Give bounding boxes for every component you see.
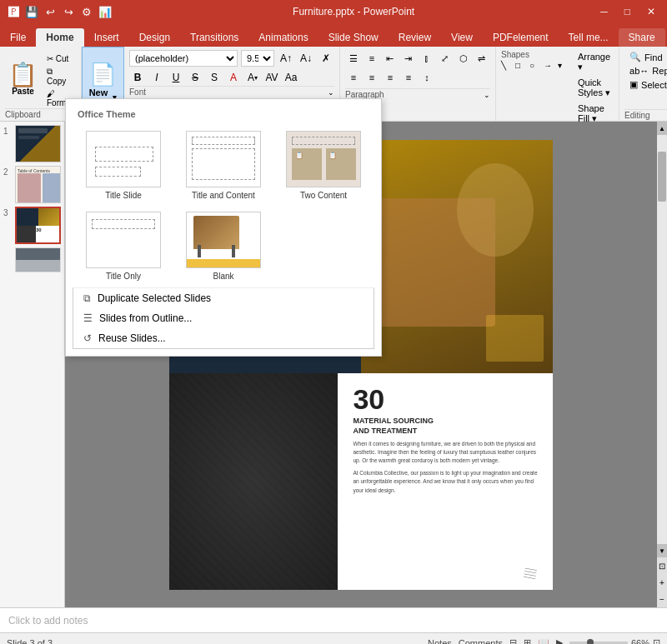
tab-pdfelement[interactable]: PDFelement bbox=[483, 28, 559, 47]
maximize-button[interactable]: □ bbox=[619, 4, 635, 19]
shadow-button[interactable]: S bbox=[206, 69, 223, 86]
convert-button[interactable]: ⇌ bbox=[474, 50, 490, 67]
editing-footer: Editing bbox=[624, 109, 667, 121]
find-button[interactable]: 🔍 Find bbox=[624, 50, 667, 64]
highlight-button[interactable]: A▾ bbox=[244, 69, 261, 86]
change-case-button[interactable]: Aa bbox=[283, 69, 299, 86]
save-icon[interactable]: 💾 bbox=[25, 5, 38, 18]
shape-more[interactable]: ▾ bbox=[558, 61, 571, 70]
italic-button[interactable]: I bbox=[148, 69, 165, 86]
comments-button[interactable]: Comments bbox=[459, 638, 503, 645]
tab-tellme[interactable]: Tell me... bbox=[559, 28, 619, 47]
scroll-thumb[interactable] bbox=[658, 152, 666, 202]
tab-view[interactable]: View bbox=[441, 28, 483, 47]
indent-decrease-button[interactable]: ⇤ bbox=[382, 50, 399, 67]
minimize-button[interactable]: ─ bbox=[595, 4, 613, 19]
layout-two-content[interactable]: 📋 📋 Two Content bbox=[276, 127, 371, 203]
app-icon: 🅿 bbox=[7, 5, 20, 18]
smart-art-button[interactable]: ⬡ bbox=[455, 50, 472, 67]
shape-line[interactable]: ╲ bbox=[501, 61, 514, 70]
bullets-button[interactable]: ☰ bbox=[345, 50, 362, 67]
tab-review[interactable]: Review bbox=[389, 28, 441, 47]
shape-circle[interactable]: ○ bbox=[529, 61, 543, 70]
columns-button[interactable]: ⫿ bbox=[419, 50, 435, 67]
layout-blank[interactable]: Blank bbox=[176, 208, 271, 284]
font-color-button[interactable]: A bbox=[225, 69, 242, 86]
layout-title-slide[interactable]: Title Slide bbox=[76, 127, 171, 203]
view-normal-button[interactable]: ⊟ bbox=[509, 637, 517, 644]
notes-button[interactable]: Notes bbox=[428, 638, 452, 645]
font-name-select[interactable]: (placeholder) bbox=[129, 50, 238, 67]
align-center-button[interactable]: ≡ bbox=[364, 69, 380, 86]
copy-button[interactable]: ⧉ Copy bbox=[44, 66, 76, 87]
underline-button[interactable]: U bbox=[168, 69, 184, 86]
slide-thumb-4[interactable] bbox=[3, 247, 61, 272]
paste-icon: 📋 bbox=[8, 63, 38, 87]
fit-view-button[interactable]: ⊡ bbox=[659, 557, 665, 574]
scroll-down-button[interactable]: ▼ bbox=[657, 544, 667, 557]
justify-button[interactable]: ≡ bbox=[400, 69, 417, 86]
status-bar: Slide 3 of 3 Notes Comments ⊟ ⊞ 📖 ▶ 66% … bbox=[0, 632, 667, 644]
numbering-button[interactable]: ≡ bbox=[364, 50, 380, 67]
zoom-out-icon[interactable]: − bbox=[659, 591, 664, 607]
slide-thumb-3[interactable]: 3 30 bbox=[3, 207, 61, 244]
slide-leather-area bbox=[169, 373, 338, 589]
paste-button[interactable]: 📋 Paste bbox=[5, 60, 41, 99]
view-reading-button[interactable]: 📖 bbox=[538, 637, 549, 644]
font-size-select[interactable]: 9.5 bbox=[241, 50, 274, 67]
paste-label: Paste bbox=[12, 87, 34, 96]
shape-rect[interactable]: □ bbox=[515, 61, 529, 70]
tab-home[interactable]: Home bbox=[36, 28, 83, 47]
slide-img-4 bbox=[15, 247, 61, 272]
zoom-slider[interactable] bbox=[569, 642, 628, 645]
notes-area[interactable]: Click to add notes bbox=[0, 607, 667, 632]
cut-button[interactable]: ✂ Cut bbox=[44, 53, 76, 64]
char-spacing-button[interactable]: AV bbox=[263, 69, 280, 86]
bold-button[interactable]: B bbox=[129, 69, 146, 86]
select-button[interactable]: ▣ Select = bbox=[624, 77, 667, 92]
layout-name-two-content: Two Content bbox=[300, 191, 347, 200]
slide-number: 30 bbox=[353, 385, 538, 413]
tab-insert[interactable]: Insert bbox=[84, 28, 129, 47]
tab-transitions[interactable]: Transitions bbox=[180, 28, 248, 47]
quick-styles-button[interactable]: QuickStyles ▾ bbox=[574, 76, 614, 100]
indent-increase-button[interactable]: ⇥ bbox=[400, 50, 417, 67]
decrease-font-button[interactable]: A↓ bbox=[298, 50, 314, 67]
para-expand-icon[interactable]: ⌄ bbox=[484, 91, 490, 99]
customize-icon[interactable]: ⚙ bbox=[80, 5, 93, 18]
layout-title-only[interactable]: Title Only bbox=[76, 208, 171, 284]
clear-format-button[interactable]: ✗ bbox=[318, 50, 334, 67]
layout-thumb-title-content bbox=[186, 131, 261, 187]
increase-font-button[interactable]: A↑ bbox=[278, 50, 294, 67]
tab-share[interactable]: Share bbox=[619, 28, 665, 47]
replace-button[interactable]: ab↔ Replace bbox=[624, 64, 667, 77]
arrange-button[interactable]: Arrange ▾ bbox=[574, 50, 614, 74]
font-expand-icon[interactable]: ⌄ bbox=[328, 88, 334, 97]
right-scrollbar[interactable]: ▲ ▼ ⊡ + − bbox=[657, 122, 667, 607]
text-direction-button[interactable]: ⤢ bbox=[437, 50, 454, 67]
layout-title-content[interactable]: Title and Content bbox=[176, 127, 271, 203]
align-left-button[interactable]: ≡ bbox=[345, 69, 362, 86]
strikethrough-button[interactable]: S bbox=[187, 69, 203, 86]
close-button[interactable]: ✕ bbox=[642, 4, 660, 19]
view-slide-sorter-button[interactable]: ⊞ bbox=[524, 637, 531, 644]
reuse-slides-item[interactable]: ↺ Reuse Slides... bbox=[73, 328, 374, 348]
redo-icon[interactable]: ↪ bbox=[62, 5, 75, 18]
scroll-up-button[interactable]: ▲ bbox=[657, 122, 667, 135]
slide-thumb-2[interactable]: 2 Table of Contents bbox=[3, 166, 61, 203]
tab-design[interactable]: Design bbox=[129, 28, 180, 47]
fit-slide-button[interactable]: ⊡ bbox=[653, 637, 660, 644]
duplicate-slides-item[interactable]: ⧉ Duplicate Selected Slides bbox=[73, 288, 374, 308]
zoom-in-icon[interactable]: + bbox=[659, 574, 664, 591]
line-spacing-button[interactable]: ↕ bbox=[419, 69, 435, 86]
align-right-button[interactable]: ≡ bbox=[382, 69, 399, 86]
slides-from-outline-item[interactable]: ☰ Slides from Outline... bbox=[73, 308, 374, 328]
tab-file[interactable]: File bbox=[0, 28, 36, 47]
view-slideshow-button[interactable]: ▶ bbox=[556, 637, 563, 644]
undo-icon[interactable]: ↩ bbox=[43, 5, 57, 18]
scroll-track[interactable] bbox=[657, 135, 667, 544]
shape-arrow[interactable]: → bbox=[544, 61, 557, 70]
tab-slideshow[interactable]: Slide Show bbox=[318, 28, 389, 47]
slide-thumb-1[interactable]: 1 bbox=[3, 125, 61, 162]
tab-animations[interactable]: Animations bbox=[248, 28, 318, 47]
